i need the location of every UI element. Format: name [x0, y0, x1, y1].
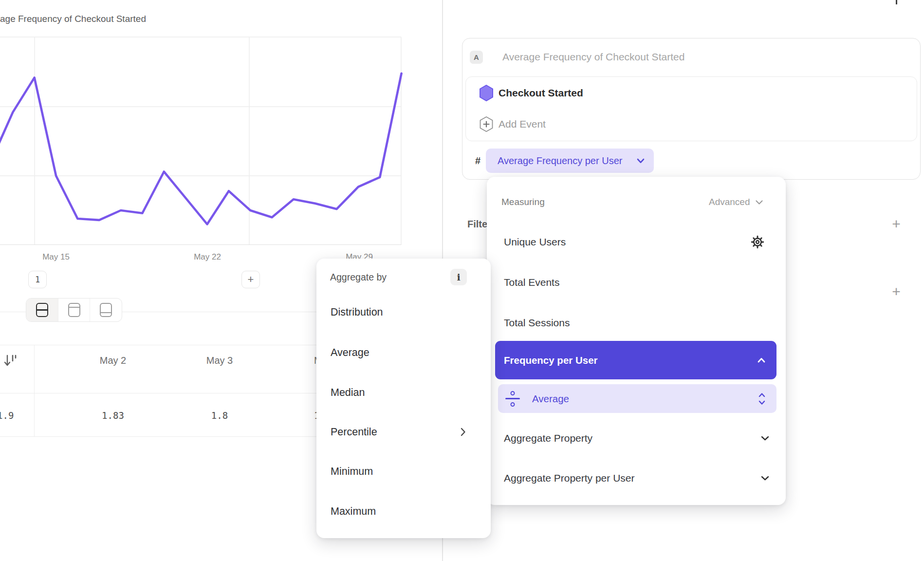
- sub-selected-label: Average: [532, 393, 758, 405]
- split-bottom-icon: [100, 303, 112, 317]
- measuring-mode-dropdown[interactable]: Advanced: [709, 197, 763, 207]
- menu-item-maximum[interactable]: Maximum: [331, 505, 376, 518]
- metric-letter-badge: A: [470, 51, 483, 64]
- event-row[interactable]: Checkout Started: [499, 87, 583, 99]
- chevron-up-icon: [757, 357, 766, 363]
- aggregate-by-header: Aggregate by: [330, 272, 387, 283]
- insights-report-screen: age Frequency of Checkout Started May 15…: [0, 0, 924, 561]
- divide-icon: [505, 391, 520, 407]
- measurement-dropdown-label: Average Frequency per User: [498, 155, 636, 167]
- table-cell: 1.9: [0, 410, 14, 421]
- table-cell: 1.8: [211, 410, 228, 421]
- table-border: [34, 345, 35, 436]
- menu-item-median[interactable]: Median: [331, 387, 365, 399]
- chevron-up-down-icon: [758, 393, 766, 405]
- measuring-mode-label: Advanced: [709, 197, 750, 207]
- chevron-down-icon: [760, 433, 770, 444]
- chevron-right-icon: [460, 427, 466, 437]
- layout-split-equal-button[interactable]: [26, 299, 58, 321]
- table-cell: 1.83: [102, 410, 124, 421]
- line-chart[interactable]: [0, 29, 442, 245]
- measurement-dropdown[interactable]: Average Frequency per User: [486, 149, 654, 173]
- layout-split-bottom-button[interactable]: [90, 299, 122, 321]
- interval-input[interactable]: 1: [28, 271, 47, 288]
- metric-name-input[interactable]: Average Frequency of Checkout Started: [502, 51, 684, 63]
- layout-toggle-group: [26, 298, 122, 322]
- menu-item-percentile[interactable]: Percentile: [331, 426, 377, 438]
- menu-item-distribution[interactable]: Distribution: [331, 306, 383, 318]
- chevron-down-icon: [636, 158, 645, 164]
- menu-item-total-sessions[interactable]: Total Sessions: [504, 317, 570, 329]
- menu-item-unique-users[interactable]: Unique Users: [504, 236, 566, 248]
- layout-split-top-button[interactable]: [58, 299, 91, 321]
- add-chart-button[interactable]: +: [241, 271, 260, 288]
- sort-icon[interactable]: [4, 354, 18, 368]
- add-event-icon: [479, 116, 494, 132]
- chart-title: age Frequency of Checkout Started: [0, 14, 146, 24]
- event-box: [465, 76, 917, 141]
- menu-item-average[interactable]: Average: [331, 347, 370, 359]
- menu-subitem-average[interactable]: Average: [498, 384, 776, 413]
- chevron-down-icon: [760, 473, 770, 484]
- split-equal-icon: [36, 303, 48, 317]
- menu-item-total-events[interactable]: Total Events: [504, 277, 559, 288]
- menu-item-minimum[interactable]: Minimum: [331, 466, 373, 478]
- measuring-header: Measuring: [501, 197, 545, 207]
- menu-item-aggregate-property[interactable]: Aggregate Property: [504, 432, 592, 444]
- menu-item-aggregate-property-per-user[interactable]: Aggregate Property per User: [504, 472, 634, 484]
- menu-item-frequency-per-user-selected[interactable]: Frequency per User: [495, 341, 776, 379]
- add-breakdown-button[interactable]: +: [888, 283, 905, 300]
- add-filter-button[interactable]: +: [888, 216, 905, 232]
- add-event-button[interactable]: Add Event: [499, 118, 546, 130]
- event-hexagon-icon: [479, 85, 494, 101]
- gear-icon[interactable]: [751, 235, 764, 249]
- table-header[interactable]: May 2: [100, 355, 126, 366]
- chevron-down-icon: [755, 200, 763, 205]
- split-top-icon: [68, 303, 80, 317]
- selected-item-label: Frequency per User: [504, 355, 757, 366]
- table-header[interactable]: May 3: [206, 355, 233, 366]
- metric-section-title: Metric: [468, 0, 536, 3]
- info-icon[interactable]: i: [450, 269, 467, 285]
- numeric-type-symbol: #: [475, 155, 480, 167]
- x-axis-label: May 15: [42, 252, 70, 262]
- add-metric-icon[interactable]: [896, 0, 897, 4]
- x-axis-label: May 22: [194, 252, 221, 262]
